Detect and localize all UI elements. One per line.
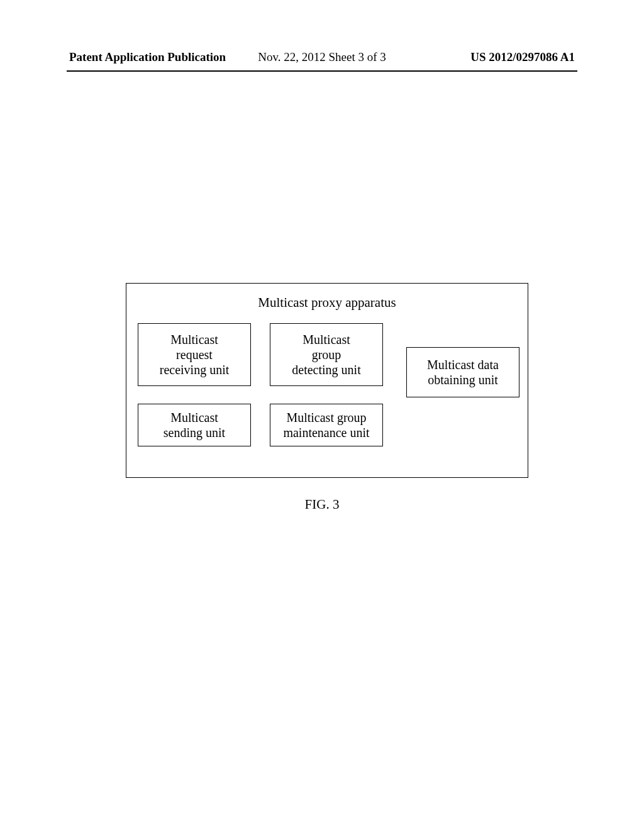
diagram-multicast-proxy-apparatus: Multicast proxy apparatus Multicast requ… xyxy=(126,283,528,478)
box-text-line: maintenance unit xyxy=(283,425,369,440)
box-text-line: Multicast data xyxy=(427,357,499,372)
box-multicast-sending-unit: Multicast sending unit xyxy=(138,404,251,446)
figure-label: FIG. 3 xyxy=(0,497,644,512)
box-text-line: Multicast xyxy=(170,410,218,425)
diagram-body: Multicast request receiving unit Multica… xyxy=(126,323,528,468)
header-date-sheet: Nov. 22, 2012 Sheet 3 of 3 xyxy=(258,50,386,64)
box-text-line: group xyxy=(312,347,341,362)
box-text-line: Multicast group xyxy=(286,410,366,425)
header-publication-number: US 2012/0297086 A1 xyxy=(470,50,575,64)
box-multicast-request-receiving-unit: Multicast request receiving unit xyxy=(138,323,251,386)
box-multicast-group-maintenance-unit: Multicast group maintenance unit xyxy=(270,404,383,446)
box-multicast-group-detecting-unit: Multicast group detecting unit xyxy=(270,323,383,386)
box-text-line: sending unit xyxy=(164,425,225,440)
diagram-title: Multicast proxy apparatus xyxy=(126,295,528,311)
header-publication-type: Patent Application Publication xyxy=(69,50,226,64)
box-text-line: receiving unit xyxy=(160,362,230,377)
box-multicast-data-obtaining-unit: Multicast data obtaining unit xyxy=(406,347,519,397)
page-header: Patent Application Publication Nov. 22, … xyxy=(0,50,644,64)
box-text-line: Multicast xyxy=(303,332,350,347)
box-text-line: request xyxy=(176,347,213,362)
box-text-line: detecting unit xyxy=(292,362,360,377)
header-divider xyxy=(67,70,577,72)
box-text-line: obtaining unit xyxy=(428,372,498,387)
box-text-line: Multicast xyxy=(170,332,218,347)
